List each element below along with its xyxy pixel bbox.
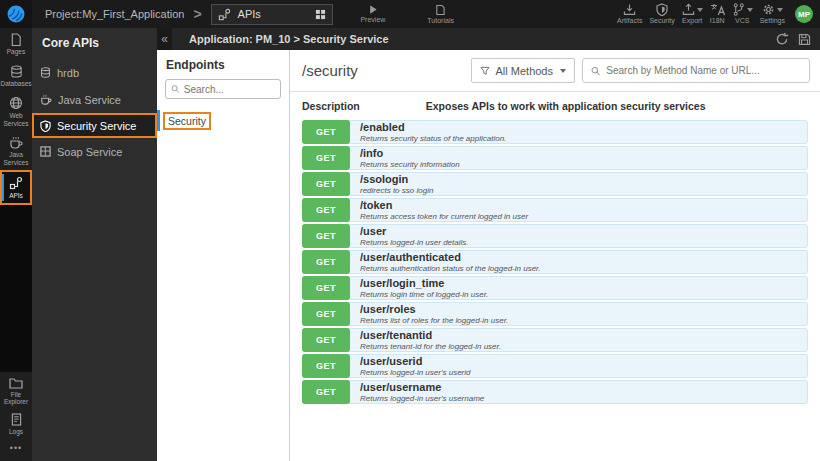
- project-name-label[interactable]: Project:My_First_Application: [45, 8, 184, 20]
- application-breadcrumb: Application: PM_10 > Security Service: [189, 33, 389, 45]
- security-button[interactable]: Security: [649, 3, 674, 25]
- sidebar-item-web-services[interactable]: Web Services: [0, 91, 32, 131]
- api-row-enabled[interactable]: GET /enabled Returns security status of …: [302, 120, 808, 144]
- shield-icon: [40, 120, 51, 132]
- folder-icon: [9, 377, 23, 389]
- sidebar-item-pages[interactable]: Pages: [0, 28, 32, 60]
- header-actions: [775, 32, 820, 46]
- sidebar-item-java-services[interactable]: Java Services: [0, 131, 32, 170]
- endpoint-info: /user/roles Returns list of roles for th…: [350, 303, 508, 325]
- endpoint-item-security[interactable]: Security: [157, 110, 289, 131]
- more-options-button[interactable]: •••: [0, 437, 32, 461]
- sidebar-item-apis[interactable]: APIs: [0, 170, 32, 205]
- core-api-item-java-service[interactable]: Java Service: [32, 86, 157, 113]
- topbar-center-group: Preview Tutorials: [360, 0, 454, 28]
- core-apis-title: Core APIs: [32, 28, 157, 59]
- refresh-icon[interactable]: [775, 32, 789, 46]
- artifacts-button[interactable]: Artifacts: [617, 3, 642, 25]
- endpoint-info: /user/username Returns logged-in user's …: [350, 381, 484, 403]
- vcs-button[interactable]: VCS: [732, 3, 753, 25]
- i18n-icon-row: [710, 3, 725, 16]
- endpoint-info: /ssologin redirects to sso login: [350, 173, 433, 195]
- service-path-title: /security: [302, 62, 471, 79]
- endpoint-path: /user/login_time: [360, 278, 488, 289]
- core-api-item-label: hrdb: [57, 67, 79, 79]
- methods-filter-dropdown[interactable]: All Methods: [471, 58, 575, 83]
- sidebar-item-label: APIs: [9, 192, 23, 200]
- methods-filter-label: All Methods: [496, 65, 553, 77]
- endpoints-title: Endpoints: [157, 50, 289, 77]
- method-search-input[interactable]: [606, 65, 801, 76]
- user-avatar[interactable]: MP: [795, 5, 813, 23]
- endpoints-search-box[interactable]: [165, 79, 281, 99]
- method-badge: GET: [302, 328, 350, 352]
- method-badge: GET: [302, 276, 350, 300]
- sidebar-item-databases[interactable]: Databases: [0, 60, 32, 92]
- endpoint-path: /ssologin: [360, 174, 433, 185]
- coffee-cup-icon: [40, 94, 52, 105]
- method-badge: GET: [302, 250, 350, 274]
- security-label: Security: [649, 17, 674, 25]
- i18n-button[interactable]: I18N: [710, 3, 725, 25]
- active-indicator: [2, 174, 4, 201]
- description-value: Exposes APIs to work with application se…: [426, 100, 706, 112]
- api-row-user[interactable]: GET /user Returns logged-in user details…: [302, 224, 808, 248]
- endpoint-path: /user/userid: [360, 356, 470, 367]
- apis-dropdown-label: APIs: [238, 8, 308, 20]
- api-panel-header: /security All Methods: [290, 50, 820, 91]
- save-icon[interactable]: [798, 33, 811, 46]
- preview-button[interactable]: Preview: [360, 4, 385, 24]
- chevron-down-icon: [777, 8, 783, 12]
- tutorials-button[interactable]: Tutorials: [427, 4, 454, 25]
- core-api-item-label: Soap Service: [57, 146, 122, 158]
- method-badge: GET: [302, 224, 350, 248]
- endpoint-info: /user/login_time Returns login time of l…: [350, 277, 488, 299]
- grid-icon[interactable]: [315, 9, 326, 20]
- database-icon: [40, 67, 51, 78]
- apis-workspace-dropdown[interactable]: APIs: [211, 4, 333, 25]
- i18n-label: I18N: [710, 17, 725, 25]
- artifacts-icon-row: [623, 3, 636, 16]
- logo-button[interactable]: [0, 0, 32, 28]
- core-api-item-soap-service[interactable]: Soap Service: [32, 138, 157, 165]
- pages-icon: [10, 33, 22, 46]
- endpoint-item-label: Security: [163, 112, 211, 130]
- sidebar-item-file-explorer[interactable]: File Explorer: [0, 372, 32, 408]
- endpoint-path: /user: [360, 226, 469, 237]
- api-row-info[interactable]: GET /info Returns security information: [302, 146, 808, 170]
- topbar: Project:My_First_Application > APIs Prev…: [0, 0, 820, 28]
- api-row-user-tenantid[interactable]: GET /user/tenantid Returns tenant-id for…: [302, 328, 808, 352]
- settings-label: Settings: [760, 17, 785, 25]
- core-api-item-security-service[interactable]: Security Service: [32, 113, 157, 138]
- api-row-user-username[interactable]: GET /user/username Returns logged-in use…: [302, 380, 808, 404]
- sidebar-item-label: Web Services: [1, 112, 31, 127]
- api-row-user-login-time[interactable]: GET /user/login_time Returns login time …: [302, 276, 808, 300]
- collapse-panel-button[interactable]: «: [157, 28, 172, 50]
- play-icon: [367, 4, 378, 15]
- sidebar-item-label: Java Services: [1, 151, 31, 166]
- api-row-token[interactable]: GET /token Returns access token for curr…: [302, 198, 808, 222]
- api-row-user-authenticated[interactable]: GET /user/authenticated Returns authenti…: [302, 250, 808, 274]
- sidebar-item-logs[interactable]: Logs: [0, 408, 32, 438]
- api-row-ssologin[interactable]: GET /ssologin redirects to sso login: [302, 172, 808, 196]
- method-search-box[interactable]: [582, 58, 810, 83]
- api-row-user-userid[interactable]: GET /user/userid Returns logged-in user'…: [302, 354, 808, 378]
- settings-button[interactable]: Settings: [760, 3, 785, 25]
- endpoint-description: Returns access token for current logged …: [360, 213, 528, 221]
- sidebar-item-label: Logs: [9, 428, 23, 436]
- endpoint-description: Returns authentication status of the log…: [360, 265, 541, 273]
- chevron-down-icon: [697, 8, 703, 12]
- endpoint-info: /info Returns security information: [350, 147, 460, 169]
- endpoints-search-input[interactable]: [184, 84, 275, 95]
- logs-doc-icon: [11, 413, 22, 426]
- core-api-item-hrdb[interactable]: hrdb: [32, 59, 157, 86]
- endpoint-description: Returns logged-in user details.: [360, 239, 469, 247]
- artifacts-label: Artifacts: [617, 17, 642, 25]
- api-row-user-roles[interactable]: GET /user/roles Returns list of roles fo…: [302, 302, 808, 326]
- sidebar-spacer: [0, 205, 32, 372]
- content-header: « Application: PM_10 > Security Service: [157, 28, 820, 50]
- coffee-cup-icon: [9, 136, 23, 149]
- tutorials-label: Tutorials: [427, 17, 454, 25]
- export-button[interactable]: Export: [682, 3, 703, 25]
- search-icon: [591, 66, 600, 76]
